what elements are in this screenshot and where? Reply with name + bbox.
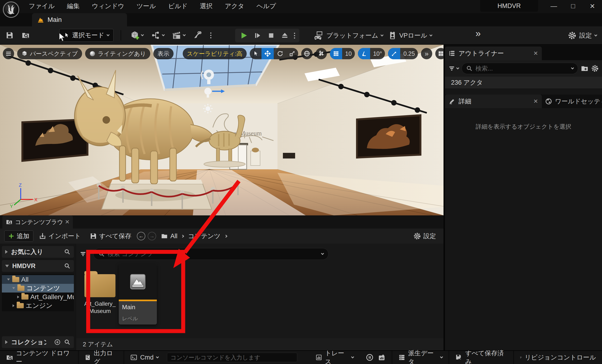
scalability-warning[interactable]: スケーラビリティ:高	[183, 48, 247, 59]
view-mode-dropdown[interactable]: ライティングあり	[85, 48, 150, 59]
menu-help[interactable]: ヘルプ	[257, 2, 276, 10]
asset-folder-tile[interactable]: Art_Gallery_Museum	[82, 270, 118, 315]
chevron-down-icon[interactable]	[321, 252, 324, 255]
outliner-tab[interactable]: アウトライナー ✕	[445, 47, 542, 60]
rotate-tool-button[interactable]	[274, 48, 286, 59]
close-icon[interactable]: ✕	[533, 98, 538, 104]
search-icon[interactable]	[64, 248, 71, 255]
outliner-search-box[interactable]	[462, 63, 578, 74]
toolbar-expand-button[interactable]: »	[475, 28, 481, 39]
console-command-input[interactable]	[171, 354, 294, 361]
trace-button[interactable]: トレース	[310, 351, 360, 364]
unreal-logo-icon[interactable]	[3, 1, 19, 18]
tree-item-content[interactable]: コンテンツ	[2, 284, 74, 292]
tree-item-engine[interactable]: エンジン	[2, 301, 74, 310]
import-button[interactable]: インポート	[36, 230, 84, 242]
add-collection-icon[interactable]	[54, 339, 61, 345]
surface-snapping-button[interactable]	[316, 48, 327, 59]
scale-tool-button[interactable]	[286, 48, 298, 59]
scale-snap-toggle[interactable]	[388, 48, 400, 59]
gear-icon[interactable]	[591, 65, 599, 72]
close-icon[interactable]: ✕	[65, 219, 70, 225]
collections-section-header[interactable]: コレクション	[2, 336, 74, 348]
content-browser-tab[interactable]: コンテンツブラウ... ✕	[2, 215, 73, 229]
outliner-search-input[interactable]	[475, 65, 569, 72]
asset-search-input[interactable]	[108, 250, 319, 258]
menu-window[interactable]: ウィンドウ	[92, 2, 124, 10]
project-section-header[interactable]: HMDVR	[2, 260, 74, 272]
favorites-section-header[interactable]: お気に入り	[2, 246, 74, 258]
show-flags-dropdown[interactable]: 表示	[153, 48, 173, 59]
save-status-button[interactable]: すべて保存済み	[449, 351, 514, 364]
menu-select[interactable]: 選択	[200, 2, 213, 10]
tab-main-level[interactable]: Main	[32, 13, 127, 26]
play-options-dots-icon[interactable]	[294, 35, 295, 36]
editor-preview-button[interactable]	[191, 29, 204, 42]
viewport-layout-button[interactable]	[435, 48, 443, 59]
perspective-dropdown[interactable]: パースペクティブ	[17, 48, 82, 59]
search-icon[interactable]	[64, 263, 71, 269]
rotation-snap-value[interactable]: 10°	[370, 48, 385, 59]
cinematics-button[interactable]	[170, 29, 187, 42]
world-settings-tab[interactable]: ワールドセッティ...	[542, 95, 602, 108]
forward-button[interactable]: →	[148, 232, 156, 240]
close-button[interactable]: ✕	[583, 0, 602, 12]
output-log-button[interactable]: 出力ログ	[78, 351, 124, 364]
menu-build[interactable]: ビルド	[168, 2, 188, 10]
play-button[interactable]	[237, 30, 250, 41]
camera-speed-more-button[interactable]: »	[421, 48, 432, 59]
select-tool-button[interactable]	[250, 48, 261, 59]
close-icon[interactable]: ✕	[533, 51, 538, 56]
world-local-toggle[interactable]	[301, 48, 312, 59]
minimize-button[interactable]: —	[544, 0, 563, 12]
filter-icon[interactable]	[448, 65, 459, 72]
save-current-button[interactable]	[4, 29, 16, 42]
menu-file[interactable]: ファイル	[29, 2, 55, 10]
console-command-box[interactable]	[167, 353, 297, 362]
filter-icon[interactable]	[79, 250, 90, 257]
editor-mode-dropdown[interactable]: 選択モード	[59, 29, 114, 42]
sun-sprite-icon[interactable]	[203, 104, 213, 113]
asset-level-tile[interactable]: Main レベル	[119, 264, 157, 324]
menu-actor[interactable]: アクタ	[225, 2, 244, 10]
settings-dropdown[interactable]: 設定	[568, 30, 597, 41]
frame-skip-button[interactable]	[251, 30, 264, 41]
details-tab[interactable]: 詳細 ✕	[445, 95, 542, 108]
breadcrumb-root[interactable]: All	[170, 233, 177, 240]
back-button[interactable]: ←	[137, 232, 145, 240]
content-browser-button[interactable]	[19, 29, 32, 42]
grid-snap-value[interactable]: 10	[342, 48, 355, 59]
tree-item-all[interactable]: All	[2, 275, 74, 284]
add-content-button[interactable]: 追加	[4, 230, 33, 242]
asset-search-box[interactable]	[93, 248, 329, 260]
rotation-snap-toggle[interactable]	[358, 48, 370, 59]
eject-button[interactable]	[279, 30, 291, 41]
chevron-down-icon[interactable]	[571, 66, 574, 69]
search-icon[interactable]	[64, 339, 71, 345]
level-viewport[interactable]: Gallery Museum	[0, 45, 443, 215]
derived-data-button[interactable]: 派生データ	[392, 351, 449, 364]
move-tool-button[interactable]	[261, 48, 274, 59]
cmd-selector[interactable]: Cmd	[124, 351, 165, 364]
grid-snap-toggle[interactable]	[330, 48, 342, 59]
platforms-dropdown[interactable]: プラットフォーム	[313, 30, 383, 41]
revision-control-button[interactable]: リビジョンコントロール	[514, 351, 602, 364]
viewport-menu-button[interactable]	[3, 48, 14, 59]
save-all-button[interactable]: すべて保存	[86, 230, 135, 242]
breadcrumb-folder[interactable]: コンテンツ	[188, 232, 220, 240]
vp-roles-dropdown[interactable]: VPロール	[388, 30, 432, 41]
new-folder-icon[interactable]	[581, 65, 588, 72]
content-drawer-button[interactable]: コンテンツ ドロワー	[0, 351, 78, 364]
add-actor-button[interactable]	[128, 29, 145, 42]
outliner-list[interactable]	[445, 88, 602, 95]
toolbar-overflow-dots-icon[interactable]	[210, 35, 211, 36]
scale-snap-value[interactable]: 0.25	[400, 48, 418, 59]
stop-button[interactable]	[265, 30, 278, 41]
snapshot-icon[interactable]	[378, 354, 386, 361]
pause-trace-icon[interactable]	[366, 354, 373, 361]
maximize-button[interactable]: □	[563, 0, 583, 12]
blueprints-button[interactable]	[149, 29, 166, 42]
content-browser-settings-button[interactable]: 設定	[413, 232, 439, 240]
menu-tools[interactable]: ツール	[137, 2, 156, 10]
menu-edit[interactable]: 編集	[67, 2, 80, 10]
